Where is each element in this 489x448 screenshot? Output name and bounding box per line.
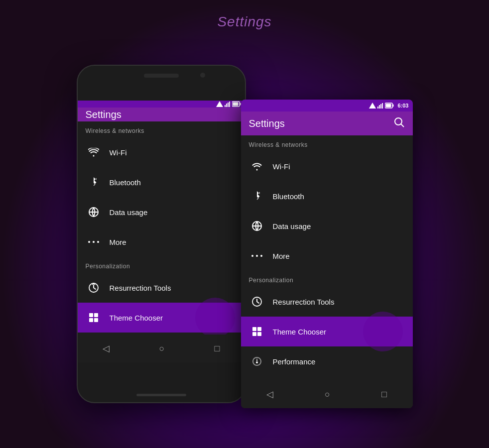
- phones-container: Settings Wireless & networks Wi-Fi: [77, 60, 413, 408]
- svg-point-12: [97, 241, 99, 243]
- wifi-label-2: Wi-Fi: [273, 162, 290, 171]
- svg-point-31: [251, 255, 253, 257]
- svg-point-33: [260, 255, 262, 257]
- svg-rect-7: [240, 103, 241, 106]
- settings-item-theme-1[interactable]: Theme Chooser: [78, 303, 245, 333]
- svg-rect-1: [225, 105, 226, 107]
- nav-home-2[interactable]: ○: [325, 389, 330, 400]
- wifi-icon-1: [86, 144, 102, 160]
- settings-list-2: Wireless & networks Wi-Fi Bluetooth: [241, 135, 413, 408]
- page-title: Settings: [217, 14, 271, 30]
- section-header-wireless-1: Wireless & networks: [78, 121, 245, 137]
- nav-back-2[interactable]: ◁: [266, 389, 273, 400]
- settings-item-wifi-1[interactable]: Wi-Fi: [78, 137, 245, 167]
- ripple-effect-1: [195, 298, 235, 337]
- app-bar-title-2: Settings: [249, 118, 394, 129]
- phone-nav-1: ◁ ○ □: [78, 335, 245, 362]
- app-bar-2: Settings: [241, 112, 413, 135]
- nav-home-1[interactable]: ○: [159, 343, 165, 354]
- settings-item-performance-2[interactable]: Performance: [241, 346, 413, 376]
- svg-marker-19: [369, 103, 376, 109]
- app-bar-title-1: Settings: [86, 109, 237, 120]
- more-icon-1: [86, 234, 102, 250]
- phone-home-bar-1: [136, 394, 186, 396]
- phone-2-content: 6:03 Settings Wireless & networks Wi-Fi: [241, 100, 413, 408]
- svg-rect-35: [252, 327, 256, 331]
- performance-label-2: Performance: [273, 357, 316, 366]
- status-icons-2: 6:03: [369, 103, 408, 109]
- resurrection-label-2: Resurrection Tools: [273, 298, 335, 306]
- theme-icon-2: [249, 324, 265, 339]
- ripple-effect-2: [363, 312, 403, 351]
- resurrection-label-1: Resurrection Tools: [110, 284, 171, 292]
- data-label-1: Data usage: [110, 208, 148, 217]
- nav-recent-1[interactable]: □: [215, 343, 220, 354]
- more-label-1: More: [110, 238, 126, 246]
- svg-rect-3: [228, 103, 229, 107]
- svg-rect-20: [377, 107, 378, 109]
- svg-line-28: [401, 124, 404, 127]
- svg-rect-22: [380, 104, 381, 109]
- bluetooth-label-1: Bluetooth: [110, 178, 141, 187]
- phone-speaker: [144, 74, 179, 78]
- phone-1: Settings Wireless & networks Wi-Fi: [77, 65, 246, 403]
- settings-item-data-2[interactable]: Data usage: [241, 211, 413, 241]
- wifi-label-1: Wi-Fi: [110, 148, 127, 157]
- settings-item-data-1[interactable]: Data usage: [78, 197, 245, 227]
- phone-camera: [200, 73, 205, 78]
- svg-rect-25: [386, 104, 391, 108]
- svg-point-27: [395, 118, 402, 125]
- svg-rect-37: [252, 332, 256, 336]
- status-time-2: 6:03: [397, 103, 408, 109]
- settings-item-more-2[interactable]: More: [241, 241, 413, 271]
- svg-point-32: [256, 255, 258, 257]
- svg-rect-21: [379, 105, 380, 109]
- svg-rect-16: [89, 318, 93, 322]
- svg-rect-38: [257, 332, 261, 336]
- bluetooth-icon-2: [249, 188, 265, 204]
- svg-rect-14: [89, 313, 93, 317]
- settings-item-more-1[interactable]: More: [78, 227, 245, 257]
- svg-rect-17: [94, 318, 98, 322]
- status-bar-2: 6:03: [241, 100, 413, 112]
- svg-marker-0: [216, 101, 223, 107]
- svg-rect-23: [382, 103, 383, 109]
- phone-1-screen: Settings Wireless & networks Wi-Fi: [78, 101, 245, 362]
- nav-back-1[interactable]: ◁: [103, 343, 110, 354]
- svg-point-10: [88, 241, 90, 243]
- phone-nav-2: ◁ ○ □: [241, 380, 413, 408]
- svg-rect-2: [226, 104, 227, 107]
- data-icon-1: [86, 204, 102, 220]
- status-icons-1: [216, 101, 241, 107]
- section-header-personalization-2: Personalization: [241, 271, 413, 287]
- bluetooth-icon-1: [86, 174, 102, 190]
- settings-item-bluetooth-1[interactable]: Bluetooth: [78, 167, 245, 197]
- more-icon-2: [249, 248, 265, 264]
- phone-1-content: Settings Wireless & networks Wi-Fi: [78, 101, 245, 362]
- section-header-wireless-2: Wireless & networks: [241, 135, 413, 151]
- data-label-2: Data usage: [273, 222, 311, 230]
- svg-rect-4: [229, 102, 230, 107]
- data-icon-2: [249, 218, 265, 234]
- settings-item-theme-2[interactable]: Theme Chooser: [241, 317, 413, 346]
- svg-rect-6: [233, 103, 238, 106]
- wifi-icon-2: [249, 158, 265, 174]
- settings-list-1: Wireless & networks Wi-Fi Bluetooth: [78, 121, 245, 362]
- theme-label-1: Theme Chooser: [110, 314, 163, 322]
- performance-icon-2: [249, 353, 265, 369]
- section-header-personalization-1: Personalization: [78, 257, 245, 273]
- status-bar-1: [78, 101, 245, 108]
- settings-item-bluetooth-2[interactable]: Bluetooth: [241, 181, 413, 211]
- svg-point-11: [93, 241, 95, 243]
- search-icon-2[interactable]: [394, 117, 405, 130]
- resurrection-icon-1: [86, 280, 102, 296]
- nav-recent-2[interactable]: □: [381, 389, 387, 400]
- svg-rect-36: [257, 327, 261, 331]
- bluetooth-label-2: Bluetooth: [273, 192, 304, 201]
- svg-rect-15: [94, 313, 98, 317]
- app-bar-1: Settings: [78, 108, 245, 121]
- settings-item-wifi-2[interactable]: Wi-Fi: [241, 151, 413, 181]
- resurrection-icon-2: [249, 294, 265, 310]
- theme-label-2: Theme Chooser: [273, 328, 327, 336]
- more-label-2: More: [273, 252, 290, 260]
